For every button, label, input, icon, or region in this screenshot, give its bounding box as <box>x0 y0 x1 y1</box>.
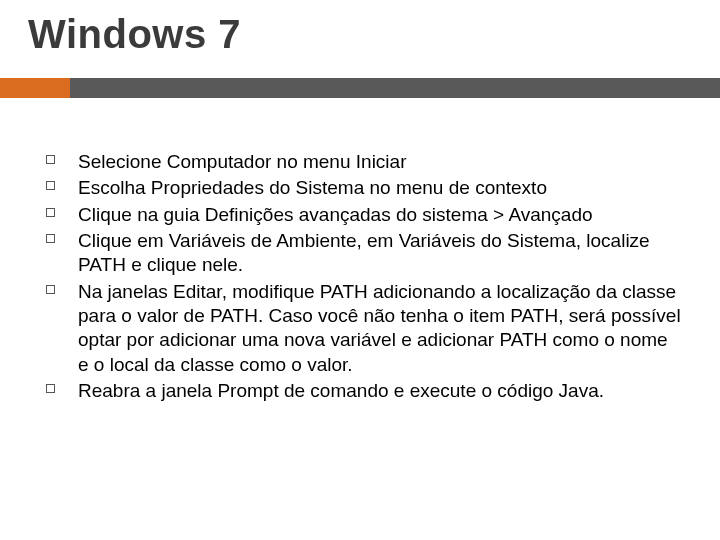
list-item-text: Escolha Propriedades do Sistema no menu … <box>78 177 547 198</box>
list-item-text: Selecione Computador no menu Iniciar <box>78 151 406 172</box>
separator-bar <box>70 78 720 98</box>
list-item-text: Na janelas Editar, modifique PATH adicio… <box>78 281 681 375</box>
list-item-text: Clique em Variáveis de Ambiente, em Vari… <box>78 230 650 275</box>
list-item: Clique em Variáveis de Ambiente, em Vari… <box>42 229 682 278</box>
slide: Windows 7 Selecione Computador no menu I… <box>0 0 720 540</box>
list-item-text: Clique na guia Definições avançadas do s… <box>78 204 593 225</box>
list-item: Selecione Computador no menu Iniciar <box>42 150 682 174</box>
title-separator <box>0 78 720 98</box>
list-item: Reabra a janela Prompt de comando e exec… <box>42 379 682 403</box>
bullet-list: Selecione Computador no menu Iniciar Esc… <box>42 150 682 403</box>
list-item: Clique na guia Definições avançadas do s… <box>42 203 682 227</box>
list-item: Na janelas Editar, modifique PATH adicio… <box>42 280 682 377</box>
list-item: Escolha Propriedades do Sistema no menu … <box>42 176 682 200</box>
separator-accent <box>0 78 70 98</box>
page-title: Windows 7 <box>28 12 241 57</box>
list-item-text: Reabra a janela Prompt de comando e exec… <box>78 380 604 401</box>
content-area: Selecione Computador no menu Iniciar Esc… <box>42 150 682 405</box>
